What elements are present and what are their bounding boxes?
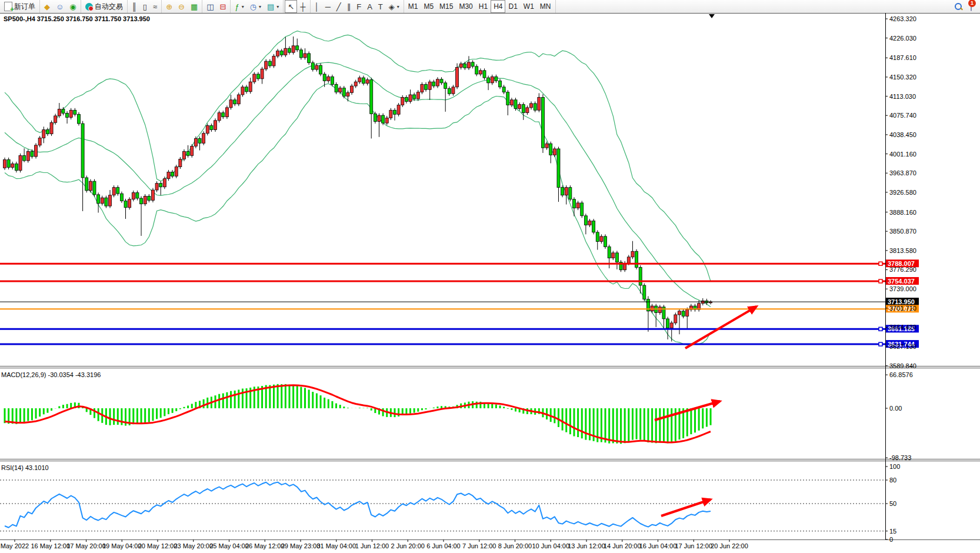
candle-up bbox=[182, 151, 185, 159]
axis-label: 3627.130 bbox=[889, 343, 916, 350]
candle-down bbox=[319, 65, 322, 74]
candle-up bbox=[89, 181, 92, 191]
axis-label: 3813.580 bbox=[889, 247, 916, 254]
candle-down bbox=[487, 78, 490, 83]
candle-down bbox=[448, 88, 451, 94]
candle-up bbox=[241, 87, 244, 95]
candle-up bbox=[276, 51, 279, 56]
candle-up bbox=[304, 54, 306, 58]
axis-label: 3850.870 bbox=[889, 228, 916, 235]
candle-up bbox=[670, 323, 673, 328]
candle-down bbox=[499, 81, 502, 87]
candle-up bbox=[526, 108, 529, 113]
candle-up bbox=[686, 309, 689, 316]
candle-down bbox=[506, 92, 509, 105]
line-handle[interactable] bbox=[879, 262, 882, 265]
candle-down bbox=[74, 110, 76, 114]
candle-up bbox=[284, 48, 287, 55]
candle-down bbox=[581, 203, 584, 216]
candle-up bbox=[436, 79, 439, 86]
axis-label: 15 bbox=[889, 528, 896, 535]
candle-down bbox=[682, 311, 685, 317]
candle-down bbox=[296, 46, 299, 50]
candle-down bbox=[370, 80, 373, 114]
time-axis-label: 10 Jun 04:00 bbox=[532, 542, 569, 549]
macd-indicator-label: MACD(12,26,9) -30.0354 -43.3196 bbox=[1, 371, 101, 378]
candle-up bbox=[346, 93, 349, 96]
candle-up bbox=[69, 110, 72, 117]
candle-up bbox=[627, 257, 630, 264]
candle-down bbox=[331, 76, 334, 84]
candle-up bbox=[600, 236, 603, 242]
candle-down bbox=[116, 188, 119, 194]
axis-label: 50 bbox=[889, 500, 896, 507]
candle-up bbox=[112, 188, 115, 195]
candle-up bbox=[389, 110, 392, 118]
axis-label: 80 bbox=[889, 477, 896, 484]
line-handle[interactable] bbox=[879, 279, 882, 283]
candle-up bbox=[179, 159, 182, 166]
candle-down bbox=[643, 285, 646, 299]
candle-down bbox=[335, 84, 338, 92]
time-axis-label: 25 May 04:00 bbox=[209, 542, 249, 549]
candle-down bbox=[475, 66, 478, 74]
time-axis-label: 17 May 20:00 bbox=[66, 542, 106, 549]
candle-down bbox=[584, 216, 587, 225]
candle-up bbox=[101, 198, 104, 204]
axis-label: 100 bbox=[889, 463, 900, 470]
candle-down bbox=[77, 114, 80, 124]
candle-up bbox=[151, 190, 154, 201]
axis-label: 3664.420 bbox=[889, 324, 916, 331]
line-handle[interactable] bbox=[879, 342, 882, 346]
candle-down bbox=[210, 126, 213, 130]
candle-down bbox=[440, 79, 443, 83]
time-axis-label: 23 May 20:00 bbox=[174, 542, 213, 549]
axis-label: 3888.160 bbox=[889, 209, 916, 216]
candle-up bbox=[678, 311, 681, 315]
candle-down bbox=[280, 51, 283, 55]
candle-down bbox=[666, 319, 669, 328]
candle-up bbox=[4, 159, 6, 168]
candle-up bbox=[339, 88, 342, 92]
candle-down bbox=[432, 82, 435, 86]
candle-up bbox=[479, 71, 482, 74]
candle-down bbox=[171, 172, 174, 176]
candle-down bbox=[608, 246, 611, 258]
candle-down bbox=[245, 87, 248, 92]
candle-up bbox=[378, 115, 381, 122]
candle-down bbox=[374, 114, 376, 121]
candle-up bbox=[50, 122, 53, 134]
candle-up bbox=[588, 221, 591, 225]
candle-up bbox=[218, 113, 221, 121]
candle-up bbox=[459, 64, 462, 67]
candle-down bbox=[413, 95, 416, 99]
axis-label: 4226.030 bbox=[889, 35, 916, 42]
candle-down bbox=[105, 198, 108, 206]
candle-down bbox=[362, 78, 365, 84]
candle-up bbox=[510, 100, 513, 105]
candle-up bbox=[225, 108, 228, 117]
candle-down bbox=[46, 130, 49, 134]
candle-up bbox=[409, 95, 412, 101]
candle-up bbox=[54, 116, 57, 122]
candle-up bbox=[428, 82, 431, 89]
time-axis-label: 20 Jun 22:00 bbox=[711, 542, 748, 549]
candle-down bbox=[604, 236, 607, 247]
candle-up bbox=[538, 97, 541, 110]
candle-down bbox=[464, 64, 466, 68]
candle-up bbox=[175, 167, 178, 176]
candle-down bbox=[311, 63, 314, 69]
candle-down bbox=[572, 199, 575, 208]
time-axis-label: May 2022 bbox=[1, 542, 29, 549]
line-handle[interactable] bbox=[879, 327, 882, 331]
time-axis-label: 17 Jun 12:00 bbox=[675, 542, 712, 549]
candle-down bbox=[522, 105, 525, 113]
candle-down bbox=[234, 100, 236, 104]
candle-down bbox=[514, 100, 517, 109]
candle-up bbox=[292, 46, 295, 52]
chart-canvas[interactable]: 3788.0073754.0373713.9503700.0723661.185… bbox=[0, 0, 980, 553]
candle-down bbox=[561, 188, 564, 195]
axis-label: 3963.870 bbox=[889, 169, 916, 176]
candle-down bbox=[124, 201, 127, 207]
candle-up bbox=[553, 149, 556, 155]
